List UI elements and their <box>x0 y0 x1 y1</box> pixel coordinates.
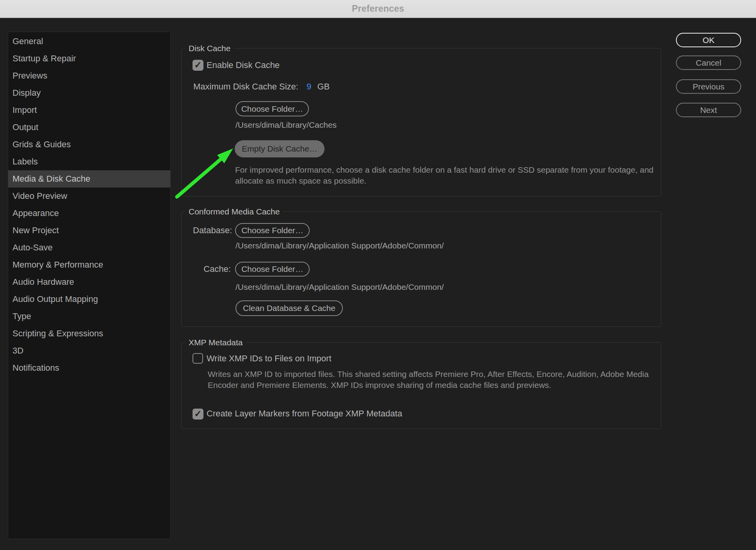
sidebar-item-general[interactable]: General <box>8 33 170 50</box>
disk-cache-description-line2: allocate as much space as possible. <box>235 175 654 186</box>
group-conformed-media-cache: Conformed Media Cache Database: Choose F… <box>181 211 661 327</box>
sidebar-item-display[interactable]: Display <box>8 84 170 102</box>
empty-disk-cache-button[interactable]: Empty Disk Cache… <box>235 140 325 157</box>
dialog-title: Preferences <box>352 4 404 14</box>
cache-label: Cache: <box>193 264 231 274</box>
sidebar-item-new-project[interactable]: New Project <box>8 222 170 239</box>
sidebar-item-audio-hardware[interactable]: Audio Hardware <box>8 273 170 291</box>
previous-button[interactable]: Previous <box>676 79 741 94</box>
group-xmp-metadata-label: XMP Metadata <box>185 338 246 348</box>
max-disk-cache-size-value[interactable]: 9 <box>307 82 311 91</box>
cache-path: /Users/dima/Library/Application Support/… <box>235 282 444 292</box>
sidebar-item-type[interactable]: Type <box>8 308 170 325</box>
cancel-button[interactable]: Cancel <box>676 55 741 70</box>
sidebar-item-media-disk-cache[interactable]: Media & Disk Cache <box>8 170 170 188</box>
group-conformed-media-cache-label: Conformed Media Cache <box>185 207 283 217</box>
sidebar-item-3d[interactable]: 3D <box>8 342 170 359</box>
write-xmp-ids-label: Write XMP IDs to Files on Import <box>207 354 332 364</box>
sidebar-item-scripting-expressions[interactable]: Scripting & Expressions <box>8 325 170 342</box>
group-disk-cache: Disk Cache Enable Disk Cache Maximum Dis… <box>181 48 661 196</box>
sidebar-item-auto-save[interactable]: Auto-Save <box>8 239 170 256</box>
sidebar-item-audio-output-mapping[interactable]: Audio Output Mapping <box>8 291 170 308</box>
ok-button[interactable]: OK <box>676 33 741 47</box>
cache-choose-folder-button[interactable]: Choose Folder… <box>235 262 310 277</box>
clean-database-cache-button[interactable]: Clean Database & Cache <box>235 300 343 316</box>
write-xmp-ids-description: Writes an XMP ID to imported files. This… <box>208 369 649 391</box>
sidebar-item-output[interactable]: Output <box>8 119 170 136</box>
titlebar: Preferences <box>0 0 756 18</box>
max-disk-cache-size-row: Maximum Disk Cache Size: 9 GB <box>193 82 330 92</box>
sidebar-item-notifications[interactable]: Notifications <box>8 359 170 377</box>
group-disk-cache-label: Disk Cache <box>185 43 234 54</box>
database-path: /Users/dima/Library/Application Support/… <box>235 241 444 250</box>
max-disk-cache-size-label: Maximum Disk Cache Size: <box>193 82 298 91</box>
sidebar-item-grids-guides[interactable]: Grids & Guides <box>8 136 170 153</box>
database-label: Database: <box>193 225 231 236</box>
sidebar-item-import[interactable]: Import <box>8 102 170 119</box>
sidebar-item-labels[interactable]: Labels <box>8 153 170 170</box>
enable-disk-cache-label: Enable Disk Cache <box>207 60 280 70</box>
sidebar-item-startup-repair[interactable]: Startup & Repair <box>8 50 170 67</box>
disk-cache-description-line1: For improved performance, choose a disk … <box>235 164 654 175</box>
sidebar-item-video-preview[interactable]: Video Preview <box>8 188 170 205</box>
preferences-dialog: Preferences GeneralStartup & RepairPrevi… <box>0 0 756 550</box>
disk-cache-folder-path: /Users/dima/Library/Caches <box>235 120 337 130</box>
write-xmp-ids-description-line2: Encoder and Premiere Elements. XMP IDs i… <box>208 380 649 391</box>
write-xmp-ids-checkbox[interactable] <box>193 353 203 364</box>
sidebar-item-previews[interactable]: Previews <box>8 67 170 84</box>
sidebar-item-memory-performance[interactable]: Memory & Performance <box>8 256 170 273</box>
database-choose-folder-button[interactable]: Choose Folder… <box>235 223 310 238</box>
create-layer-markers-label: Create Layer Markers from Footage XMP Me… <box>207 409 402 419</box>
next-button[interactable]: Next <box>676 103 741 117</box>
sidebar-list: GeneralStartup & RepairPreviewsDisplayIm… <box>8 32 171 539</box>
enable-disk-cache-checkbox[interactable] <box>193 60 203 71</box>
max-disk-cache-size-unit: GB <box>317 82 330 91</box>
sidebar-item-appearance[interactable]: Appearance <box>8 205 170 222</box>
disk-cache-choose-folder-button[interactable]: Choose Folder… <box>235 101 309 116</box>
write-xmp-ids-description-line1: Writes an XMP ID to imported files. This… <box>208 369 649 380</box>
disk-cache-description: For improved performance, choose a disk … <box>235 164 654 186</box>
create-layer-markers-checkbox[interactable] <box>193 409 203 420</box>
group-xmp-metadata: XMP Metadata Write XMP IDs to Files on I… <box>181 342 661 429</box>
